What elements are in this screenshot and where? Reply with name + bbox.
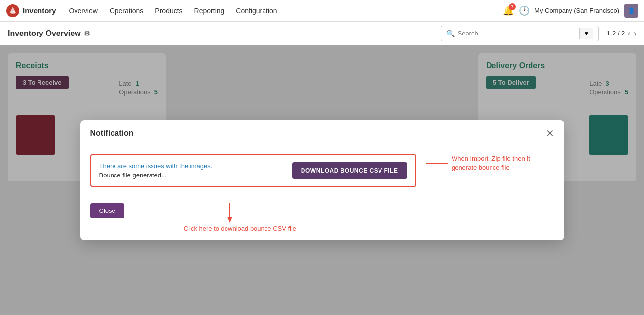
notification-box: There are some issues with the images. B… — [90, 154, 416, 187]
page-title-area: Inventory Overview ⚙ — [8, 29, 90, 38]
arrow-down-icon — [225, 203, 235, 223]
modal-body: There are some issues with the images. B… — [80, 144, 564, 197]
search-input[interactable] — [457, 30, 576, 37]
nav-operations[interactable]: Operations — [105, 5, 148, 17]
notification-modal: Notification ✕ There are some issues wit… — [80, 120, 564, 240]
nav-overview[interactable]: Overview — [64, 5, 103, 17]
close-button[interactable]: Close — [90, 203, 124, 218]
modal-header: Notification ✕ — [80, 120, 564, 144]
search-icon: 🔍 — [446, 30, 455, 37]
search-dropdown-button[interactable]: ▼ — [579, 28, 594, 39]
clock-icon[interactable]: 🕐 — [519, 5, 530, 16]
modal-content-area: There are some issues with the images. B… — [90, 154, 416, 187]
brand-name: Inventory — [23, 6, 56, 15]
subheader: Inventory Overview ⚙ 🔍 ▼ 1-2 / 2 ‹ › — [0, 22, 644, 45]
modal-close-button[interactable]: ✕ — [546, 128, 554, 138]
search-bar: 🔍 ▼ — [441, 26, 599, 41]
brand-logo[interactable]: Inventory — [6, 4, 56, 18]
settings-icon[interactable]: ⚙ — [84, 30, 90, 37]
notifications-button[interactable]: 🔔 7 — [503, 5, 514, 16]
annotation-bottom-text: Click here to download bounce CSV file — [164, 225, 296, 232]
pagination-text: 1-2 / 2 — [606, 30, 625, 37]
svg-marker-6 — [227, 217, 232, 223]
notification-line2: Bounce file generated... — [99, 172, 282, 179]
notification-line1: There are some issues with the images. — [99, 162, 282, 170]
user-avatar[interactable]: 👤 — [624, 4, 638, 18]
annotation-right: When Import .Zip file then it generate b… — [426, 154, 554, 172]
notification-text: There are some issues with the images. B… — [99, 162, 282, 179]
annotation-right-text: When Import .Zip file then it generate b… — [452, 154, 554, 172]
nav-reporting[interactable]: Reporting — [189, 5, 229, 17]
svg-rect-2 — [11, 11, 15, 14]
nav-configuration[interactable]: Configuration — [231, 5, 282, 17]
main-content: Receipts 3 To Receive Late 1 Operations … — [0, 45, 644, 315]
brand-icon — [6, 4, 20, 18]
notifications-badge: 7 — [509, 3, 516, 10]
top-menu: Overview Operations Products Reporting C… — [64, 5, 503, 17]
modal-title: Notification — [90, 129, 134, 138]
prev-page-button[interactable]: ‹ — [628, 29, 630, 38]
top-nav-right: 🔔 7 🕐 My Company (San Francisco) 👤 — [503, 4, 638, 18]
modal-overlay: Notification ✕ There are some issues wit… — [0, 45, 644, 315]
modal-footer: Close Click here to download bounce CSV … — [80, 197, 564, 240]
company-name[interactable]: My Company (San Francisco) — [534, 7, 619, 14]
page-title: Inventory Overview — [8, 29, 81, 38]
nav-products[interactable]: Products — [150, 5, 187, 17]
download-csv-button[interactable]: DOWNLOAD BOUNCE CSV FILE — [292, 162, 407, 179]
arrow-right-icon — [426, 158, 448, 168]
top-navigation: Inventory Overview Operations Products R… — [0, 0, 644, 22]
next-page-button[interactable]: › — [634, 29, 636, 38]
pagination: 1-2 / 2 ‹ › — [606, 29, 636, 38]
